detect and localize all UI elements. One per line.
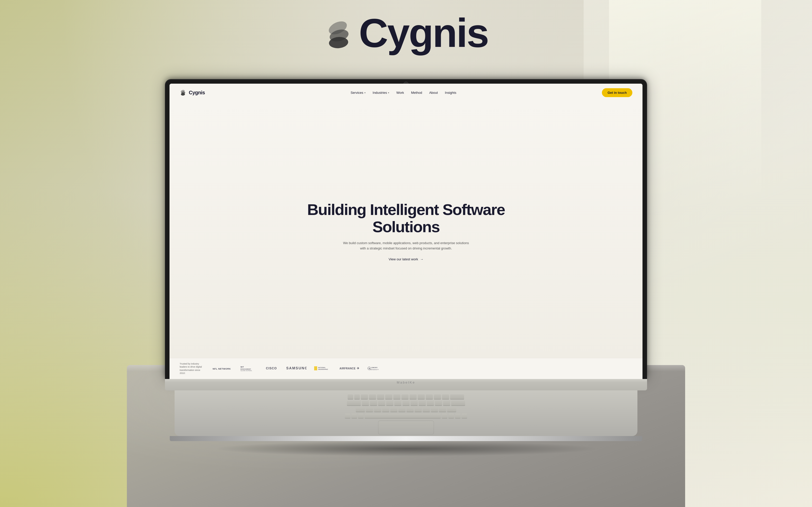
spacebar-key[interactable] [365, 413, 441, 418]
key[interactable] [410, 394, 417, 399]
key[interactable] [455, 413, 461, 418]
svg-text:⚜: ⚜ [368, 368, 370, 369]
arrow-icon: → [420, 257, 423, 261]
laptop: Cygnis Services ▾ Industries ▾ Work [165, 79, 647, 456]
hero-title: Building Intelligent Software Solutions [307, 201, 505, 235]
chevron-icon: ▾ [388, 92, 389, 94]
navbar-nav: Services ▾ Industries ▾ Work Method [351, 91, 456, 95]
nav-insights[interactable]: Insights [445, 91, 456, 95]
laptop-screen-frame: Cygnis Services ▾ Industries ▾ Work [165, 79, 647, 379]
hero-section: Building Intelligent Software Solutions … [169, 102, 643, 358]
key[interactable] [394, 401, 401, 406]
key[interactable] [434, 394, 441, 399]
trusted-logos: NFL NETWORK MIT MANAGEMENT SLOAN SCHOOL [213, 365, 632, 372]
key[interactable] [426, 394, 433, 399]
key[interactable] [390, 407, 397, 412]
key[interactable] [401, 394, 409, 399]
get-in-touch-button[interactable]: Get in touch [602, 88, 632, 97]
keyboard-row-1 [209, 394, 603, 399]
key[interactable] [382, 407, 389, 412]
logo-natgeo: NATIONAL GEOGRAPHIC [314, 366, 332, 372]
key[interactable] [415, 407, 422, 412]
key[interactable] [361, 394, 368, 399]
key[interactable] [450, 394, 464, 399]
logo-nfl: NFL NETWORK [213, 366, 233, 372]
key[interactable] [402, 401, 410, 406]
key[interactable] [427, 401, 434, 406]
key[interactable] [419, 401, 426, 406]
logo-mit: MIT MANAGEMENT SLOAN SCHOOL [241, 365, 258, 372]
navbar-logo[interactable]: Cygnis [180, 89, 205, 96]
svg-text:GEOGRAPHIC: GEOGRAPHIC [318, 369, 328, 370]
key[interactable] [356, 407, 365, 412]
key[interactable] [447, 407, 456, 412]
navbar: Cygnis Services ▾ Industries ▾ Work [169, 83, 643, 102]
brand-name-large: Cygnis [359, 13, 488, 53]
svg-text:MIT: MIT [241, 366, 244, 368]
navbar-logo-text: Cygnis [189, 90, 205, 96]
key[interactable] [398, 407, 405, 412]
key[interactable] [442, 394, 449, 399]
website-content: Cygnis Services ▾ Industries ▾ Work [169, 83, 643, 379]
svg-text:NATIONAL: NATIONAL [318, 367, 325, 368]
brand-logo-icon [324, 18, 354, 48]
chevron-icon: ▾ [364, 92, 366, 94]
key[interactable] [442, 413, 447, 418]
svg-text:✈: ✈ [357, 367, 360, 370]
trusted-bar: Trusted by industry leaders to drive dig… [169, 358, 643, 379]
key[interactable] [351, 413, 357, 418]
key[interactable] [374, 407, 381, 412]
key[interactable] [366, 407, 373, 412]
key[interactable] [362, 401, 369, 406]
key[interactable] [435, 401, 442, 406]
hero-subtitle: We build custom software, mobile applica… [343, 240, 469, 251]
laptop-shadow [213, 441, 599, 456]
navbar-logo-icon [180, 89, 187, 96]
key[interactable] [418, 394, 425, 399]
key[interactable] [369, 394, 376, 399]
keyboard-row-spacebar [209, 413, 603, 418]
svg-text:NFL NETWORK: NFL NETWORK [213, 368, 231, 370]
keyboard-row-3 [209, 407, 603, 412]
key[interactable] [358, 413, 364, 418]
nav-about[interactable]: About [429, 91, 438, 95]
brand-header: Cygnis [324, 13, 488, 53]
keyboard-row-2 [209, 401, 603, 406]
key[interactable] [377, 394, 384, 399]
key[interactable] [354, 394, 360, 399]
laptop-brand-label: MabeIKe [397, 381, 415, 384]
logo-emory: EMORY UNIVERSITY ⚜ [367, 366, 388, 372]
key[interactable] [423, 407, 430, 412]
nav-work[interactable]: Work [396, 91, 404, 95]
key[interactable] [431, 407, 438, 412]
key[interactable] [385, 394, 392, 399]
key[interactable] [439, 407, 446, 412]
key[interactable] [451, 401, 465, 406]
key[interactable] [393, 394, 400, 399]
logo-cisco: CISCO [266, 366, 278, 371]
trackpad[interactable] [378, 420, 434, 435]
key[interactable] [378, 401, 385, 406]
svg-text:UNIVERSITY: UNIVERSITY [370, 369, 379, 371]
svg-text:AIRFRANCE: AIRFRANCE [340, 367, 356, 370]
nav-industries[interactable]: Industries ▾ [373, 91, 389, 95]
key[interactable] [448, 413, 454, 418]
nav-services[interactable]: Services ▾ [351, 91, 366, 95]
nav-method[interactable]: Method [411, 91, 422, 95]
key[interactable] [348, 394, 353, 399]
svg-text:EMORY: EMORY [371, 367, 377, 368]
key[interactable] [443, 401, 450, 406]
laptop-bottom-edge [170, 436, 642, 441]
svg-text:SAMSUNG: SAMSUNG [286, 366, 307, 370]
hero-cta-link[interactable]: View our latest work → [389, 257, 423, 261]
key[interactable] [407, 407, 414, 412]
logo-samsung: SAMSUNG [286, 366, 307, 371]
keyboard-keys [209, 394, 603, 418]
key[interactable] [347, 401, 361, 406]
key[interactable] [370, 401, 377, 406]
laptop-base: MabeIKe [165, 379, 647, 390]
key[interactable] [462, 413, 467, 418]
key[interactable] [386, 401, 393, 406]
key[interactable] [411, 401, 418, 406]
key[interactable] [345, 413, 350, 418]
